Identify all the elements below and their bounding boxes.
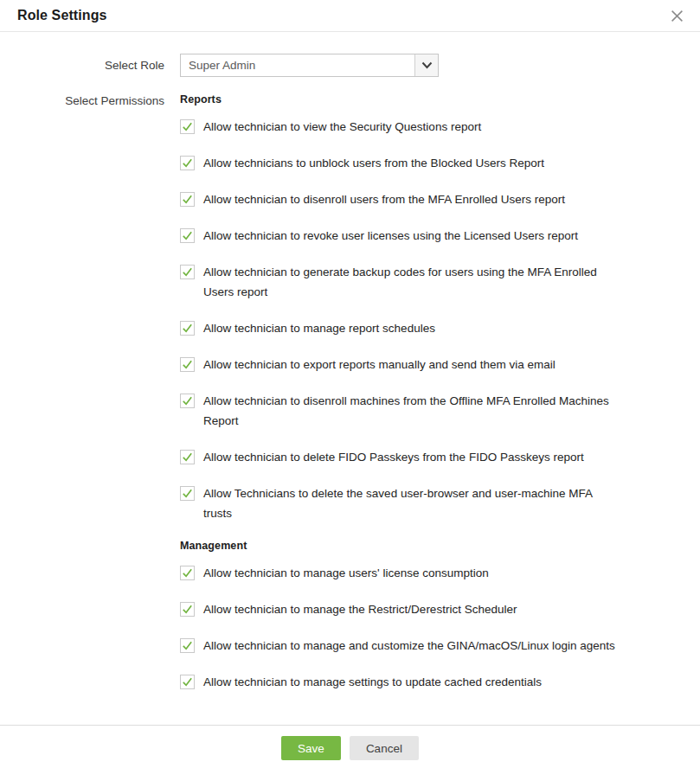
permission-checkbox[interactable] xyxy=(180,602,195,617)
check-icon xyxy=(181,358,194,371)
role-select[interactable]: Super Admin xyxy=(180,54,439,77)
permission-label: Allow technician to manage and customize… xyxy=(203,636,615,656)
permission-label: Allow technician to manage the Restrict/… xyxy=(203,599,517,619)
permission-checkbox[interactable] xyxy=(180,394,195,408)
check-icon xyxy=(181,639,194,652)
permissions-sections: ReportsAllow technician to view the Secu… xyxy=(180,93,615,708)
check-icon xyxy=(181,451,194,464)
cancel-button[interactable]: Cancel xyxy=(350,736,419,760)
permission-checkbox[interactable] xyxy=(180,486,195,501)
check-icon xyxy=(181,394,194,407)
permission-row: Allow technician to delete FIDO Passkeys… xyxy=(180,447,615,467)
permission-checkbox[interactable] xyxy=(180,119,195,134)
permission-checkbox[interactable] xyxy=(180,228,195,243)
permission-label: Allow technician to export reports manua… xyxy=(203,355,556,374)
permission-row: Allow technician to export reports manua… xyxy=(180,355,615,374)
permission-row: Allow technician to manage users' licens… xyxy=(180,563,615,583)
permission-label: Allow technician to disenroll machines f… xyxy=(203,391,609,431)
permission-row: Allow Technicians to delete the saved us… xyxy=(180,483,615,523)
permission-row: Allow technician to view the Security Qu… xyxy=(180,117,615,137)
check-icon xyxy=(181,120,194,133)
permission-label: Allow technician to manage report schedu… xyxy=(203,318,435,338)
permission-label: Allow technician to view the Security Qu… xyxy=(203,117,481,137)
permission-row: Allow technician to manage report schedu… xyxy=(180,318,615,338)
section-title: Reports xyxy=(180,93,615,106)
close-icon[interactable] xyxy=(667,6,686,25)
permission-checkbox[interactable] xyxy=(180,321,195,336)
check-icon xyxy=(181,266,194,278)
check-icon xyxy=(181,229,194,242)
select-permissions-label: Select Permissions xyxy=(0,93,164,108)
section-items: Allow technician to manage users' licens… xyxy=(180,563,615,692)
permission-row: Allow technician to revoke user licenses… xyxy=(180,226,615,246)
close-icon-glyph xyxy=(671,10,684,22)
permission-row: Allow technician to disenroll machines f… xyxy=(180,391,615,431)
select-permissions-row: Select Permissions ReportsAllow technici… xyxy=(0,93,700,708)
permission-label: Allow technician to manage settings to u… xyxy=(203,672,542,692)
check-icon xyxy=(181,675,194,688)
permission-row: Allow technician to generate backup code… xyxy=(180,262,615,302)
permission-row: Allow technician to disenroll users from… xyxy=(180,189,615,209)
permission-label: Allow technician to revoke user licenses… xyxy=(203,226,578,246)
permission-checkbox[interactable] xyxy=(180,357,195,372)
check-icon xyxy=(181,566,194,579)
section-items: Allow technician to view the Security Qu… xyxy=(180,117,615,523)
permission-checkbox[interactable] xyxy=(180,450,195,464)
section-title: Management xyxy=(180,540,615,552)
select-role-row: Select Role Super Admin xyxy=(0,54,700,77)
permission-checkbox[interactable] xyxy=(180,566,195,580)
permission-label: Allow Technicians to delete the saved us… xyxy=(203,483,593,523)
permission-label: Allow technician to manage users' licens… xyxy=(203,563,489,583)
permission-checkbox[interactable] xyxy=(180,638,195,653)
check-icon xyxy=(181,603,194,616)
permission-label: Allow technician to delete FIDO Passkeys… xyxy=(203,447,584,467)
check-icon xyxy=(181,322,194,335)
permission-checkbox[interactable] xyxy=(180,156,195,170)
check-icon xyxy=(181,157,194,170)
permission-checkbox[interactable] xyxy=(180,192,195,207)
permission-row: Allow technician to manage and customize… xyxy=(180,636,615,656)
check-icon xyxy=(181,487,194,500)
permission-row: Allow technician to manage the Restrict/… xyxy=(180,599,615,619)
chevron-down-icon[interactable] xyxy=(414,54,438,76)
dialog-title: Role Settings xyxy=(17,8,107,23)
save-button[interactable]: Save xyxy=(281,736,341,760)
dialog-body: Select Role Super Admin Select Permissio… xyxy=(0,32,700,725)
dialog-footer: Save Cancel xyxy=(0,725,700,768)
dialog-header: Role Settings xyxy=(0,0,700,32)
permission-checkbox[interactable] xyxy=(180,265,195,279)
permission-label: Allow technician to generate backup code… xyxy=(203,262,597,302)
permission-label: Allow technician to disenroll users from… xyxy=(203,189,565,209)
check-icon xyxy=(181,193,194,206)
permission-checkbox[interactable] xyxy=(180,675,195,689)
role-settings-dialog: Role Settings Select Role Super Admin xyxy=(0,0,700,768)
role-select-value: Super Admin xyxy=(181,54,414,76)
permission-row: Allow technician to manage settings to u… xyxy=(180,672,615,692)
select-role-label: Select Role xyxy=(0,59,164,72)
permission-row: Allow technicians to unblock users from … xyxy=(180,153,615,173)
permission-label: Allow technicians to unblock users from … xyxy=(203,153,544,173)
